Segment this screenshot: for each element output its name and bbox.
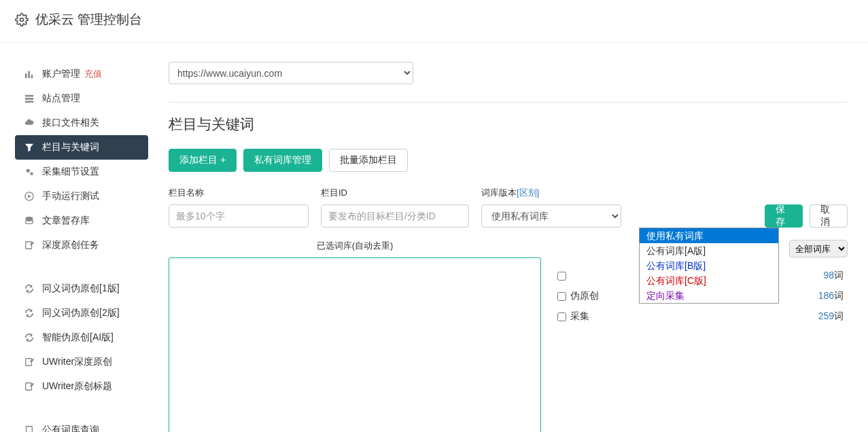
sidebar-item-label: 同义词伪原创[2版] <box>42 307 120 319</box>
sidebar-item-label: 接口文件相关 <box>42 117 99 129</box>
database-icon <box>24 216 34 226</box>
refresh-icon <box>24 284 34 293</box>
main-content: https://www.ucaiyun.com 栏目与关键词 添加栏目 + 私有… <box>148 62 868 432</box>
sidebar-item-label: 手动运行测试 <box>42 190 99 202</box>
recharge-badge[interactable]: 充值 <box>84 68 102 80</box>
sidebar-item-账户管理[interactable]: 账户管理充值 <box>15 62 148 86</box>
edit-icon <box>24 357 34 367</box>
sidebar-item-同义词伪原创[1版][interactable]: 同义词伪原创[1版] <box>15 276 148 301</box>
selected-dict-box[interactable] <box>169 257 541 432</box>
site-select[interactable]: https://www.ucaiyun.com <box>169 62 413 84</box>
version-select[interactable]: 使用私有词库 <box>481 204 621 228</box>
manage-private-button[interactable]: 私有词库管理 <box>243 149 322 172</box>
add-column-button[interactable]: 添加栏目 + <box>169 149 237 172</box>
edit-icon <box>24 382 34 391</box>
svg-rect-3 <box>31 75 33 78</box>
page-title: 优采云 管理控制台 <box>35 11 142 29</box>
cancel-button[interactable]: 取消 <box>810 204 848 228</box>
divider <box>169 102 848 103</box>
sidebar-item-接口文件相关[interactable]: 接口文件相关 <box>15 111 148 135</box>
sidebar-item-label: 同义词伪原创[1版] <box>42 283 120 295</box>
sidebar-item-手动运行测试[interactable]: 手动运行测试 <box>15 184 148 209</box>
svg-point-8 <box>30 172 33 175</box>
selected-dict-header: 已选词库(自动去重) <box>169 240 541 252</box>
sidebar-item-栏目与关键词[interactable]: 栏目与关键词 <box>15 135 148 160</box>
column-name-label: 栏目名称 <box>169 187 309 199</box>
dict-count: 259词 <box>818 310 844 323</box>
sidebar-item-label: 栏目与关键词 <box>42 141 99 154</box>
dropdown-option[interactable]: 公有词库[C版] <box>640 273 778 288</box>
all-dict-select[interactable]: 全部词库 <box>789 240 848 257</box>
svg-rect-5 <box>25 98 33 100</box>
sidebar-item-label: 站点管理 <box>42 92 80 105</box>
sidebar-item-label: 深度原创任务 <box>42 239 99 251</box>
dict-label: 采集 <box>570 310 589 323</box>
dropdown-option[interactable]: 使用私有词库 <box>640 228 778 243</box>
dict-stat-row: 采集259词 <box>553 306 848 327</box>
play-icon <box>24 192 34 201</box>
sidebar-item-UWriter深度原创[interactable]: UWriter深度原创 <box>15 350 148 374</box>
refresh-icon <box>24 333 34 342</box>
version-dropdown-list: 使用私有词库公有词库[A版]公有词库[B版]公有词库[C版]定向采集 <box>639 228 779 304</box>
gear-icon <box>15 13 29 26</box>
sidebar-item-智能伪原创[AI版][interactable]: 智能伪原创[AI版] <box>15 325 148 350</box>
version-diff-link[interactable]: [区别] <box>517 187 539 198</box>
sidebar-item-label: 智能伪原创[AI版] <box>42 331 114 344</box>
version-label: 词库版本[区别] <box>481 187 621 199</box>
sidebar: 账户管理充值站点管理接口文件相关栏目与关键词采集细节设置手动运行测试文章暂存库深… <box>0 62 148 432</box>
batch-add-button[interactable]: 批量添加栏目 <box>329 149 408 172</box>
refresh-icon <box>24 308 34 318</box>
book-icon <box>24 425 34 432</box>
sidebar-item-label: 公有词库查询 <box>42 424 99 432</box>
svg-point-0 <box>20 18 24 22</box>
section-title: 栏目与关键词 <box>169 115 848 134</box>
sidebar-item-UWriter原创标题[interactable]: UWriter原创标题 <box>15 374 148 399</box>
dict-count: 98词 <box>823 270 844 282</box>
svg-rect-4 <box>25 95 33 97</box>
sidebar-item-label: UWriter深度原创 <box>42 356 112 368</box>
header: 优采云 管理控制台 <box>0 0 868 43</box>
column-id-label: 栏目ID <box>321 187 469 199</box>
sidebar-item-label: 采集细节设置 <box>42 166 99 178</box>
svg-point-7 <box>27 169 30 173</box>
cloud-icon <box>24 118 34 128</box>
sidebar-item-文章暂存库[interactable]: 文章暂存库 <box>15 209 148 233</box>
svg-rect-6 <box>25 101 33 103</box>
svg-rect-2 <box>28 71 30 79</box>
dropdown-option[interactable]: 定向采集 <box>640 288 778 303</box>
dict-checkbox[interactable] <box>557 312 566 321</box>
dropdown-option[interactable]: 公有词库[A版] <box>640 243 778 258</box>
dict-label: 伪原创 <box>570 290 599 302</box>
sidebar-item-label: 文章暂存库 <box>42 215 90 227</box>
dict-checkbox[interactable] <box>557 272 566 281</box>
sidebar-item-深度原创任务[interactable]: 深度原创任务 <box>15 233 148 257</box>
column-id-input[interactable] <box>321 204 469 228</box>
sidebar-item-label: 账户管理 <box>42 68 80 80</box>
dict-checkbox[interactable] <box>557 292 566 301</box>
sidebar-item-同义词伪原创[2版][interactable]: 同义词伪原创[2版] <box>15 301 148 325</box>
sidebar-item-采集细节设置[interactable]: 采集细节设置 <box>15 160 148 184</box>
cogs-icon <box>24 167 34 177</box>
dropdown-option[interactable]: 公有词库[B版] <box>640 258 778 273</box>
column-name-input[interactable] <box>169 204 309 228</box>
sidebar-item-站点管理[interactable]: 站点管理 <box>15 86 148 111</box>
sidebar-item-公有词库查询[interactable]: 公有词库查询 <box>15 418 148 432</box>
edit-icon <box>24 240 34 250</box>
sidebar-item-label: UWriter原创标题 <box>42 380 112 393</box>
filter-icon <box>24 143 34 152</box>
svg-rect-1 <box>25 73 27 78</box>
bar-chart-icon <box>24 69 34 79</box>
dict-count: 186词 <box>818 290 844 302</box>
save-button[interactable]: 保存 <box>765 204 803 228</box>
sites-icon <box>24 94 34 103</box>
